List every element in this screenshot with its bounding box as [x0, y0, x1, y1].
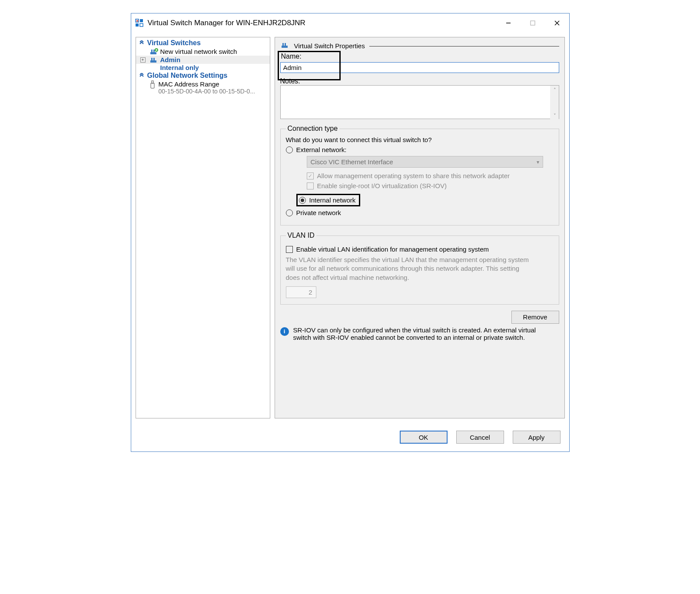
external-network-radio[interactable]: External network:: [286, 146, 554, 153]
sriov-info-text: SR-IOV can only be configured when the v…: [293, 326, 537, 341]
svg-rect-8: [150, 52, 156, 54]
checkbox-icon: [307, 173, 314, 179]
titlebar: Virtual Switch Manager for WIN-ENHJR2D8J…: [131, 13, 569, 33]
sriov-info-row: i SR-IOV can only be configured when the…: [280, 326, 559, 341]
new-switch-label: New virtual network switch: [160, 48, 237, 55]
sriov-checkbox-row[interactable]: Enable single-root I/O virtualization (S…: [307, 182, 554, 189]
highlight-internal-annotation: Internal network: [296, 194, 361, 206]
svg-rect-3: [140, 23, 143, 27]
svg-rect-15: [151, 83, 154, 88]
remove-row: Remove: [280, 311, 559, 324]
remove-button[interactable]: Remove: [511, 311, 559, 324]
svg-rect-9: [151, 50, 153, 52]
svg-rect-17: [282, 46, 288, 48]
apply-button[interactable]: Apply: [513, 431, 561, 444]
switch-icon: [149, 56, 158, 63]
scroll-down-icon[interactable]: ˅: [552, 113, 558, 119]
properties-panel: Virtual Switch Properties Name: Notes: ˄: [275, 37, 565, 418]
ok-button[interactable]: OK: [400, 431, 448, 444]
vlan-group: VLAN ID Enable virtual LAN identificatio…: [280, 232, 559, 305]
mac-label: MAC Address Range: [159, 80, 255, 88]
svg-rect-1: [140, 19, 143, 22]
mac-range-value: 00-15-5D-00-4A-00 to 00-15-5D-0...: [159, 88, 255, 95]
external-adapter-value: Cisco VIC Ethernet Interface: [311, 158, 393, 166]
notes-field: Notes: ˄ ˅: [280, 77, 559, 120]
external-network-label: External network:: [296, 146, 347, 153]
vlan-enable-checkbox-row[interactable]: Enable virtual LAN identification for ma…: [286, 246, 554, 253]
radio-icon: [286, 146, 293, 153]
svg-rect-5: [531, 21, 535, 25]
virtual-switches-label: Virtual Switches: [147, 39, 201, 47]
properties-column: Virtual Switch Properties Name: Notes: ˄: [275, 37, 565, 418]
switch-admin-item[interactable]: + Admin: [136, 56, 270, 64]
internal-network-label: Internal network: [309, 196, 356, 204]
global-settings-header[interactable]: Global Network Settings: [136, 71, 270, 80]
window-title: Virtual Switch Manager for WIN-ENHJR2D8J…: [148, 19, 305, 27]
private-network-label: Private network: [296, 209, 341, 216]
sriov-label: Enable single-root I/O virtualization (S…: [317, 182, 447, 189]
window-controls: [496, 13, 569, 32]
properties-title: Virtual Switch Properties: [294, 42, 365, 50]
switch-admin-subtype[interactable]: Internal only: [136, 64, 270, 71]
switch-admin-label: Admin: [160, 56, 181, 63]
connection-type-legend: Connection type: [286, 125, 340, 133]
notes-textarea[interactable]: [280, 85, 559, 119]
name-input[interactable]: [280, 62, 559, 73]
new-switch-icon: [149, 48, 158, 55]
expand-icon[interactable]: +: [140, 57, 146, 63]
window-body: Virtual Switches New virtual network swi…: [131, 33, 569, 423]
radio-icon: [299, 197, 306, 204]
checkbox-icon: [286, 246, 293, 253]
svg-rect-14: [153, 58, 155, 60]
vlan-enable-label: Enable virtual LAN identification for ma…: [296, 246, 489, 253]
allow-mgmt-checkbox-row[interactable]: Allow management operating system to sha…: [307, 172, 554, 179]
external-adapter-combo[interactable]: Cisco VIC Ethernet Interface ▾: [307, 156, 543, 168]
vlan-legend: VLAN ID: [286, 232, 316, 239]
collapse-icon: [139, 40, 145, 46]
radio-icon: [286, 209, 293, 216]
notes-label: Notes:: [280, 77, 559, 85]
info-icon: i: [280, 327, 289, 336]
mac-icon: [149, 80, 156, 90]
properties-inner: Virtual Switch Properties Name: Notes: ˄: [275, 37, 564, 418]
mac-address-range-item[interactable]: MAC Address Range 00-15-5D-00-4A-00 to 0…: [136, 80, 270, 95]
virtual-switches-header[interactable]: Virtual Switches: [136, 39, 270, 47]
global-settings-label: Global Network Settings: [147, 72, 228, 80]
new-virtual-switch-item[interactable]: New virtual network switch: [136, 47, 270, 56]
name-label: Name:: [280, 53, 302, 60]
properties-header: Virtual Switch Properties: [280, 42, 559, 50]
cancel-button[interactable]: Cancel: [456, 431, 504, 444]
connection-question: What do you want to connect this virtual…: [286, 136, 554, 143]
vlan-help-text: The VLAN identifier specifies the virtua…: [286, 256, 529, 282]
scroll-up-icon[interactable]: ˄: [552, 87, 558, 93]
vlan-id-input[interactable]: 2: [286, 286, 316, 298]
external-adapter-row: Cisco VIC Ethernet Interface ▾ Allow man…: [307, 156, 554, 189]
dialog-footer: OK Cancel Apply: [131, 423, 569, 451]
collapse-icon: [139, 73, 145, 79]
chevron-down-icon: ▾: [537, 159, 539, 165]
name-field: Name:: [280, 53, 559, 73]
close-button[interactable]: [545, 13, 569, 32]
svg-rect-12: [150, 60, 156, 63]
sidebar-panel: Virtual Switches New virtual network swi…: [136, 37, 270, 418]
svg-rect-19: [285, 43, 286, 46]
header-divider: [369, 46, 559, 46]
vswitch-icon: [280, 42, 290, 50]
allow-mgmt-label: Allow management operating system to sha…: [317, 172, 510, 179]
svg-rect-2: [136, 23, 139, 27]
svg-rect-13: [151, 58, 153, 60]
minimize-button[interactable]: [496, 13, 521, 32]
connection-type-group: Connection type What do you want to conn…: [280, 125, 559, 226]
svg-rect-10: [153, 50, 155, 52]
sidebar: Virtual Switches New virtual network swi…: [136, 37, 270, 418]
maximize-button[interactable]: [521, 13, 545, 32]
app-icon: [135, 18, 144, 28]
checkbox-icon: [307, 183, 314, 189]
svg-rect-18: [282, 43, 284, 46]
internal-network-row: Internal network: [296, 192, 554, 206]
dialog-window: Virtual Switch Manager for WIN-ENHJR2D8J…: [131, 13, 570, 452]
private-network-radio[interactable]: Private network: [286, 209, 554, 216]
